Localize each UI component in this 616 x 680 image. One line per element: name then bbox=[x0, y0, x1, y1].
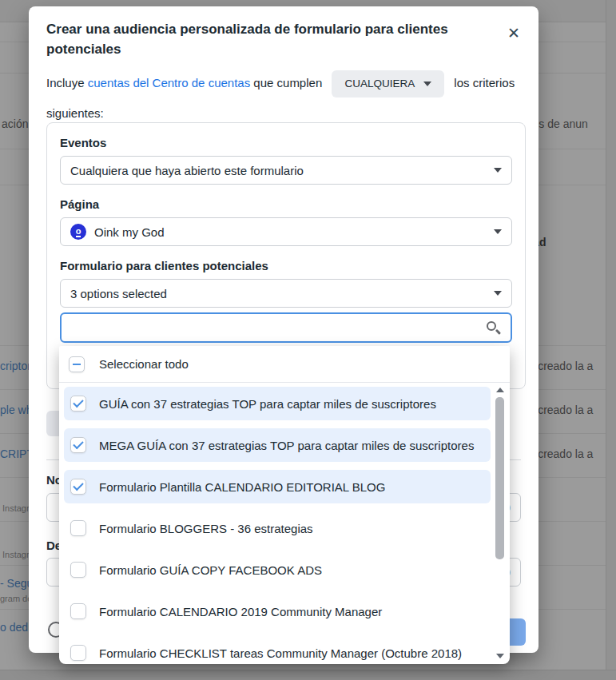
modal-title: Crear una audiencia personalizada de for… bbox=[46, 19, 486, 59]
match-condition-value: CUALQUIERA bbox=[344, 68, 415, 100]
intro-line2: siguientes: bbox=[46, 105, 534, 121]
page-label: Página bbox=[60, 197, 512, 211]
accounts-center-link[interactable]: cuentas del Centro de cuentas bbox=[88, 76, 250, 89]
form-search-box[interactable] bbox=[60, 312, 512, 343]
form-option-row[interactable]: Formulario BLOGGERS - 36 estrategias bbox=[59, 507, 510, 549]
background-text-fragment: ple wh bbox=[0, 404, 32, 416]
intro-middle: que cumplen bbox=[250, 76, 322, 89]
form-option-label: GUÍA con 37 estrategias TOP para captar … bbox=[99, 397, 436, 411]
form-option-label: Formulario BLOGGERS - 36 estrategias bbox=[99, 522, 313, 535]
form-option-checkbox[interactable] bbox=[70, 603, 86, 619]
chevron-down-icon bbox=[423, 82, 431, 86]
scroll-up-icon[interactable] bbox=[496, 388, 504, 392]
select-all-label: Seleccionar todo bbox=[99, 357, 189, 371]
form-search-input[interactable] bbox=[71, 321, 486, 335]
chevron-down-icon bbox=[494, 168, 502, 173]
form-option-row[interactable]: GUÍA con 37 estrategias TOP para captar … bbox=[59, 383, 510, 424]
options-scrollbar[interactable] bbox=[495, 384, 506, 662]
form-option-row[interactable]: Formulario CALENDARIO 2019 Community Man… bbox=[59, 591, 510, 632]
chevron-down-icon bbox=[494, 229, 502, 234]
background-footer-band bbox=[0, 670, 616, 680]
background-text-fragment: criptor bbox=[0, 360, 31, 372]
events-label: Eventos bbox=[60, 136, 512, 149]
close-icon[interactable]: ✕ bbox=[503, 22, 524, 43]
lead-form-options-panel: Seleccionar todo GUÍA con 37 estrategias… bbox=[59, 346, 510, 664]
select-all-checkbox[interactable] bbox=[69, 356, 85, 372]
form-option-checkbox[interactable] bbox=[70, 479, 86, 495]
intro-prefix: Incluye bbox=[46, 76, 88, 89]
form-option-checkbox[interactable] bbox=[70, 562, 86, 578]
scrollbar-thumb[interactable] bbox=[495, 397, 504, 559]
scroll-down-icon[interactable] bbox=[496, 654, 504, 658]
background-page-scrollbar bbox=[606, 0, 616, 680]
form-option-label: MEGA GUÍA con 37 estrategias TOP para ca… bbox=[99, 439, 474, 452]
form-option-row[interactable]: Formulario GUÍA COPY FACEBOOK ADS bbox=[59, 549, 510, 591]
search-icon bbox=[486, 320, 501, 336]
chevron-down-icon bbox=[494, 291, 502, 296]
form-option-checkbox[interactable] bbox=[70, 396, 86, 412]
oink-my-god-logo-icon: o bbox=[70, 224, 86, 240]
background-text-fragment: Instagr bbox=[2, 503, 30, 513]
form-option-checkbox[interactable] bbox=[70, 645, 86, 661]
form-option-row[interactable]: Formulario Plantilla CALENDARIO EDITORIA… bbox=[59, 466, 510, 507]
form-option-label: Formulario GUÍA COPY FACEBOOK ADS bbox=[99, 563, 322, 577]
background-text-fragment: Instagr bbox=[2, 550, 30, 559]
match-condition-dropdown[interactable]: CUALQUIERA bbox=[332, 70, 444, 97]
form-option-row[interactable]: MEGA GUÍA con 37 estrategias TOP para ca… bbox=[59, 424, 510, 466]
form-option-label: Formulario Plantilla CALENDARIO EDITORIA… bbox=[99, 480, 385, 494]
page-dropdown[interactable]: o Oink my God bbox=[60, 217, 512, 246]
select-all-row[interactable]: Seleccionar todo bbox=[59, 346, 510, 383]
events-value: Cualquiera que haya abierto este formula… bbox=[70, 164, 304, 177]
background-text-fragment: o ded bbox=[0, 621, 28, 634]
form-option-checkbox[interactable] bbox=[70, 520, 86, 536]
form-option-label: Formulario CALENDARIO 2019 Community Man… bbox=[99, 605, 382, 618]
lead-form-value: 3 options selected bbox=[70, 287, 167, 300]
intro-after: los criterios bbox=[454, 76, 515, 89]
page-value: Oink my God bbox=[94, 225, 165, 239]
intro-text: Incluye cuentas del Centro de cuentas qu… bbox=[46, 67, 534, 121]
background-text-fragment: gram de bbox=[0, 594, 32, 603]
form-option-row[interactable]: Formulario CHECKLIST tareas Community Ma… bbox=[59, 632, 510, 663]
lead-form-dropdown[interactable]: 3 options selected bbox=[60, 279, 512, 308]
events-dropdown[interactable]: Cualquiera que haya abierto este formula… bbox=[60, 156, 512, 185]
form-options-list: GUÍA con 37 estrategias TOP para captar … bbox=[59, 383, 510, 663]
background-text-fragment: ación bbox=[2, 117, 28, 130]
form-option-checkbox[interactable] bbox=[70, 437, 86, 453]
lead-form-label: Formulario para clientes potenciales bbox=[60, 259, 512, 272]
form-option-label: Formulario CHECKLIST tareas Community Ma… bbox=[99, 646, 462, 660]
